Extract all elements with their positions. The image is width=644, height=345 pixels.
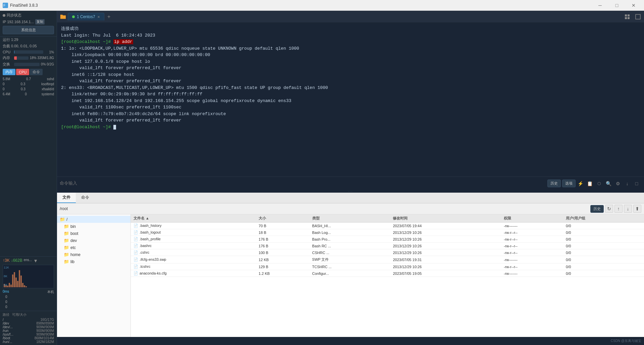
file-modified-cell: 2013/12/29 10:26	[390, 249, 501, 256]
tree-label-bin: bin	[70, 224, 76, 229]
ping-val3: 0	[3, 304, 54, 309]
file-type-cell: SWP 文件	[310, 256, 390, 263]
cpu-bar	[14, 50, 43, 54]
terminal[interactable]: 连接成功 Last login: Thu Jul 6 10:24:43 2023…	[57, 23, 644, 177]
file-type-cell: Bash Pro...	[310, 236, 390, 243]
close-button[interactable]: ✕	[626, 0, 641, 11]
mem-stat: 内存 18% 335M/1.8G	[0, 55, 57, 61]
file-history-button[interactable]: 历史	[590, 205, 604, 213]
minimize-button[interactable]: ─	[592, 0, 608, 11]
file-owner-cell: 0/0	[563, 249, 644, 256]
tree-label-root: /	[66, 217, 67, 222]
tab-memory[interactable]: 内存	[3, 69, 15, 75]
sysinfo-button[interactable]: 系统信息	[3, 26, 54, 34]
lightning-icon-button[interactable]: ⚡	[576, 179, 585, 188]
maximize-button[interactable]: □	[609, 0, 625, 11]
sync-label: 同步状态	[7, 13, 21, 18]
folder-root-icon: 📁	[60, 217, 65, 222]
file-row[interactable]: 📄.bashrc 176 B Bash RC ... 2013/12/29 10…	[131, 243, 644, 249]
fullscreen-button[interactable]	[633, 12, 643, 21]
file-perms-cell: -rw-r--r--	[501, 236, 563, 243]
download-file-icon-button[interactable]: ↓	[624, 205, 632, 213]
tab-file[interactable]: 文件	[57, 193, 76, 203]
file-size-cell: 12 KB	[256, 256, 309, 263]
svg-rect-4	[625, 17, 627, 19]
tree-item-bin[interactable]: 📁 bin	[57, 223, 130, 230]
panel-splitter[interactable]	[57, 190, 644, 193]
process-row: 00.3ksoftirqd	[0, 82, 57, 87]
tree-item-root[interactable]: 📁 /	[57, 216, 130, 223]
net-ens: ens...	[24, 258, 32, 263]
file-modified-cell: 2013/12/29 10:26	[390, 243, 501, 249]
term-line: inet 192.168.154.128/24 brd 192.168.154.…	[61, 98, 640, 104]
col-owner: 用户/用户组	[563, 214, 644, 223]
term-line: Last login: Thu Jul 6 10:24:43 2023	[61, 32, 640, 39]
tree-item-boot[interactable]: 📁 boot	[57, 230, 130, 237]
options-button[interactable]: 选项	[562, 180, 576, 187]
disk-row: /dev898M/898M	[3, 322, 54, 325]
mem-value: 18% 335M/1.8G	[30, 56, 54, 60]
net-expand-icon[interactable]: ▼	[33, 258, 38, 263]
paste-icon-button[interactable]: ⬡	[594, 179, 604, 188]
copy-icon-button[interactable]: 📋	[585, 179, 594, 188]
disk-row: /dev/...909M/909M	[3, 325, 54, 329]
tree-item-dev[interactable]: 📁 dev	[57, 237, 130, 244]
tree-item-home[interactable]: 📁 home	[57, 251, 130, 258]
folder-home-icon: 📁	[64, 252, 69, 257]
net-up: ↑3K	[3, 258, 10, 263]
file-row[interactable]: 📄.bash_logout 18 B Bash Log... 2013/12/2…	[131, 229, 644, 236]
file-row[interactable]: 📄.bash_history 70 B BASH_HI... 2023/07/0…	[131, 223, 644, 229]
file-row[interactable]: 📄.tcshrc 129 B TCSHRC ... 2013/12/29 10:…	[131, 263, 644, 270]
tab-label: 1 Centos7	[77, 14, 95, 19]
search-icon-button[interactable]: 🔍	[604, 179, 613, 188]
process-tabs: 内存 CPU 命令	[0, 67, 57, 77]
tab-close-button[interactable]: ✕	[97, 15, 100, 19]
swap-stat: 交换 0% 0/2G	[0, 61, 57, 67]
tree-label-dev: dev	[70, 238, 77, 243]
tab-centos7[interactable]: 1 Centos7 ✕	[68, 13, 104, 20]
file-perms-cell: -rw-r--r--	[501, 263, 563, 270]
file-row[interactable]: 📄.ifcfg-ens33.swp 12 KB SWP 文件 2023/07/0…	[131, 256, 644, 263]
tab-add-button[interactable]: +	[104, 12, 114, 21]
file-tabs: 文件 命令	[57, 193, 644, 203]
file-type-cell: Configur...	[310, 270, 390, 277]
file-perms-cell: -rw-r--r--	[501, 249, 563, 256]
file-size-cell: 176 B	[256, 243, 309, 249]
file-row[interactable]: 📄.cshrc 100 B CSHRC ... 2013/12/29 10:26…	[131, 249, 644, 256]
upload-icon-button[interactable]: ↑	[614, 205, 623, 213]
fullscreen-icon-button[interactable]: □	[632, 179, 641, 188]
tree-item-lib[interactable]: 📁 lib	[57, 258, 130, 265]
upload2-icon-button[interactable]: ⬆	[633, 205, 641, 213]
process-row: 6.4M0systemd	[0, 92, 57, 97]
process-row: 00.3xfsaild/d	[0, 87, 57, 92]
process-table: 5.8M0.7sshd 00.3ksoftirqd 00.3xfsaild/d …	[0, 77, 57, 256]
folder-icon-button[interactable]	[58, 12, 68, 21]
cpu-value: 1%	[45, 50, 54, 54]
file-row[interactable]: 📄anaconda-ks.cfg 1.2 KB Configur... 2023…	[131, 270, 644, 277]
titlebar-controls: ─ □ ✕	[592, 0, 641, 11]
command-bar: 历史 选项 ⚡ 📋 ⬡ 🔍 ⚙ ↓ □	[57, 177, 644, 190]
tab-cmd[interactable]: 命令	[76, 193, 95, 203]
copy-ip-button[interactable]: 复制	[35, 19, 45, 24]
grid-view-button[interactable]	[623, 12, 632, 21]
command-input[interactable]	[60, 181, 546, 186]
sidebar: 同步状态 IP 192.168.154.1... 复制 系统信息 运行 1:29…	[0, 11, 57, 345]
tab-command[interactable]: 命令	[30, 69, 43, 75]
tree-item-etc[interactable]: 📁 etc	[57, 244, 130, 251]
local-label: 本机	[47, 290, 54, 294]
file-row[interactable]: 📄.bash_profile 176 B Bash Pro... 2013/12…	[131, 236, 644, 243]
file-name-cell: 📄.bash_history	[131, 223, 256, 229]
file-name-cell: 📄.bashrc	[131, 243, 256, 249]
refresh-icon-button[interactable]: ↻	[605, 205, 613, 213]
term-prompt-line: [root@localhost ~]#	[61, 124, 640, 131]
file-icon: 📄	[133, 244, 138, 248]
history-button[interactable]: 历史	[547, 180, 561, 187]
sync-status: 同步状态	[3, 13, 54, 18]
download-icon-button[interactable]: ↓	[623, 179, 632, 188]
col-perms: 权限	[501, 214, 563, 223]
mem-label: 内存	[3, 55, 13, 60]
mem-fill	[14, 56, 17, 60]
tab-cpu[interactable]: CPU	[16, 69, 29, 75]
settings-icon-button[interactable]: ⚙	[613, 179, 623, 188]
svg-text:F: F	[3, 4, 5, 7]
